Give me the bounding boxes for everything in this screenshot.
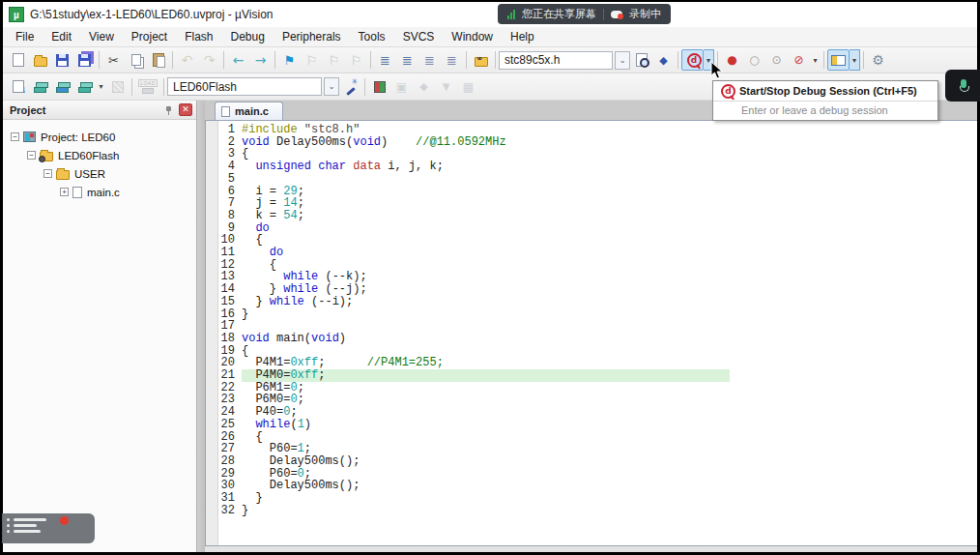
windows-stack-button[interactable]: ▣	[390, 76, 413, 98]
tree-item-user[interactable]: −USER	[3, 164, 196, 183]
close-panel-button[interactable]: ✕	[179, 103, 192, 116]
menu-debug[interactable]: Debug	[222, 28, 274, 45]
microphone-widget[interactable]	[945, 70, 980, 102]
tree-item-main-c[interactable]: +main.c	[3, 183, 196, 201]
browse-symbols-button[interactable]: ◆	[652, 49, 675, 71]
paste-button[interactable]	[147, 49, 169, 71]
redo-button[interactable]: ↷	[198, 49, 220, 71]
menu-peripherals[interactable]: Peripherals	[274, 28, 350, 45]
download-button[interactable]: LOAD	[135, 76, 160, 98]
stop-build-button[interactable]	[106, 76, 129, 98]
customize-tools-button[interactable]: ⚙	[867, 49, 889, 71]
code-line-11[interactable]: 11 do	[218, 247, 977, 259]
code-line-24[interactable]: 24 P40=0;	[218, 406, 977, 419]
rebuild-button[interactable]	[51, 76, 73, 98]
find-in-files-button[interactable]	[470, 49, 492, 71]
dropdown-caret[interactable]: ▾	[850, 49, 860, 71]
menu-window[interactable]: Window	[443, 28, 502, 45]
disable-all-breakpoints-button[interactable]: ⊙	[765, 49, 788, 71]
bookmark-next-button[interactable]: ⚐	[301, 49, 323, 71]
dropdown-caret[interactable]: ▾	[96, 76, 106, 98]
bookmark-toggle-button[interactable]: ⚑	[278, 49, 301, 71]
start-stop-debug-button[interactable]	[681, 49, 704, 71]
code-line-25[interactable]: 25 while(1)	[218, 419, 977, 431]
code-line-7[interactable]: 7 j = 14;	[218, 197, 977, 210]
options-for-target-button[interactable]	[339, 76, 361, 98]
line-source: do	[242, 247, 977, 259]
code-line-8[interactable]: 8 k = 54;	[218, 210, 977, 222]
down-arrow-button[interactable]: ▼	[435, 76, 457, 98]
code-line-31[interactable]: 31 }	[218, 492, 977, 505]
search-text-combo[interactable]: stc89c5x.h	[499, 51, 613, 70]
menu-edit[interactable]: Edit	[43, 28, 80, 45]
code-line-30[interactable]: 30 Delay500ms();	[218, 480, 977, 492]
tree-item-label: main.c	[87, 187, 120, 198]
diamond-button[interactable]: ◆	[413, 76, 435, 98]
copy-button[interactable]	[125, 49, 147, 71]
tree-item-project-led60[interactable]: −Project: LED60	[3, 128, 196, 146]
navigate-forward-button[interactable]: →	[249, 49, 272, 71]
indent-button[interactable]: ≣	[396, 49, 418, 71]
new-file-button[interactable]	[7, 49, 29, 71]
menu-project[interactable]: Project	[123, 28, 176, 45]
insert-breakpoint-button[interactable]: ●	[721, 49, 743, 71]
menu-file[interactable]: File	[7, 28, 43, 45]
tree-item-led60flash[interactable]: −LED60Flash	[3, 146, 196, 164]
find-in-document-button[interactable]	[630, 49, 652, 71]
translate-button[interactable]	[7, 76, 29, 98]
outdent-button[interactable]: ≣	[374, 49, 396, 71]
open-file-button[interactable]	[29, 49, 51, 71]
bookmark-clear-all-button[interactable]: ⚐	[345, 49, 367, 71]
bookmark-prev-button[interactable]: ⚐	[323, 49, 345, 71]
code-line-28[interactable]: 28 Delay500ms();	[218, 455, 977, 468]
code-line-21[interactable]: 21 P4M0=0xff;	[218, 369, 977, 382]
search-text-combo-caret[interactable]: ⌄	[615, 51, 630, 70]
code-line-16[interactable]: 16}	[218, 308, 977, 321]
expander-icon[interactable]: −	[43, 169, 52, 178]
panel-splitter[interactable]	[197, 101, 205, 552]
code-line-20[interactable]: 20 P4M1=0xff; //P4M1=255;	[218, 357, 977, 369]
code-line-4[interactable]: 4 unsigned char data i, j, k;	[218, 161, 977, 173]
target-select-combo[interactable]: LED60Flash	[167, 77, 322, 96]
menu-view[interactable]: View	[80, 28, 123, 45]
expander-icon[interactable]: +	[60, 188, 69, 196]
target-select-combo-caret[interactable]: ⌄	[324, 77, 339, 96]
tab-main-c[interactable]: main.c	[215, 102, 283, 120]
enable-disable-breakpoint-button[interactable]: ○	[743, 49, 765, 71]
pin-icon[interactable]	[165, 105, 174, 114]
breakpoint-gutter[interactable]	[206, 121, 218, 545]
code-line-6[interactable]: 6 i = 29;	[218, 186, 977, 198]
save-button[interactable]	[51, 49, 73, 71]
menu-flash[interactable]: Flash	[176, 28, 221, 45]
analysis-windows-button[interactable]	[827, 49, 850, 71]
code-line-22[interactable]: 22 P6M1=0;	[218, 382, 977, 394]
uncomment-button[interactable]: ≣	[441, 49, 463, 71]
save-all-button[interactable]	[73, 49, 96, 71]
code-editor[interactable]: 1#include "stc8.h"2void Delay500ms(void)…	[205, 120, 977, 546]
comment-button[interactable]: ≣	[418, 49, 441, 71]
code-line-18[interactable]: 18void main(void)	[218, 333, 977, 345]
code-line-9[interactable]: 9 do	[218, 222, 977, 235]
menu-svcs[interactable]: SVCS	[394, 28, 444, 45]
code-line-2[interactable]: 2void Delay500ms(void) //@11.0592MHz	[218, 136, 977, 149]
kill-all-breakpoints-button[interactable]: ⊘	[788, 49, 810, 71]
code-line-5[interactable]: 5	[218, 173, 977, 186]
code-line-32[interactable]: 32}	[218, 505, 977, 517]
build-button[interactable]	[29, 76, 51, 98]
navigate-back-button[interactable]: ←	[227, 49, 249, 71]
dropdown-caret[interactable]: ▾	[810, 49, 821, 71]
cut-button[interactable]: ✂	[102, 49, 125, 71]
code-line-23[interactable]: 23 P6M0=0;	[218, 394, 977, 406]
code-line-15[interactable]: 15 } while (--i);	[218, 296, 977, 308]
expander-icon[interactable]: −	[11, 132, 19, 141]
code-line-26[interactable]: 26 {	[218, 431, 977, 444]
batch-build-button[interactable]	[73, 76, 96, 98]
package-button[interactable]: ▦	[457, 76, 479, 98]
undo-button[interactable]: ↶	[176, 49, 198, 71]
menu-help[interactable]: Help	[502, 28, 543, 45]
manage-components-button[interactable]	[368, 76, 390, 98]
recorder-floating-toolbar[interactable]	[2, 513, 95, 543]
expander-icon[interactable]: −	[27, 151, 36, 160]
menu-tools[interactable]: Tools	[350, 28, 394, 45]
code-line-10[interactable]: 10 {	[218, 234, 977, 247]
